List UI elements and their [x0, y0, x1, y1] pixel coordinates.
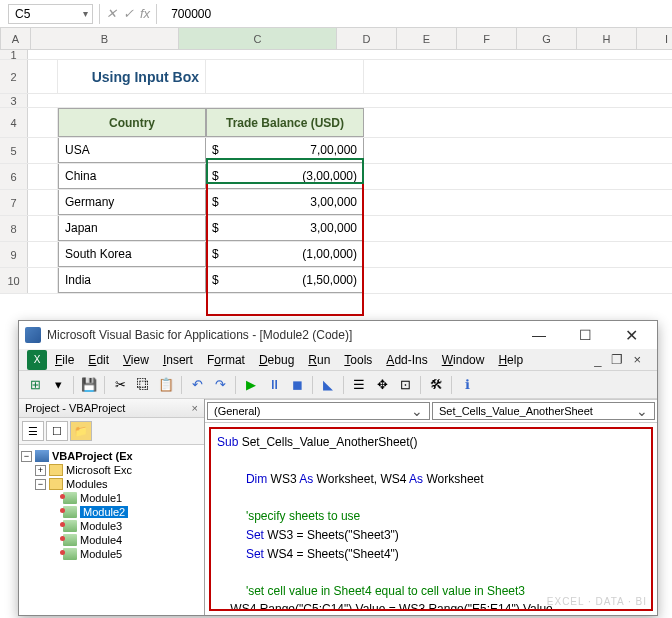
cell-value[interactable]: $(3,00,000) — [206, 164, 364, 189]
dropdown-icon[interactable]: ▾ — [48, 375, 68, 395]
cell-country[interactable]: India — [58, 268, 206, 293]
menu-window[interactable]: Window — [436, 351, 491, 369]
tree-module[interactable]: Module3 — [80, 520, 122, 532]
col-header[interactable]: D — [337, 28, 397, 49]
run-icon[interactable]: ▶ — [241, 375, 261, 395]
name-box[interactable]: C5 — [8, 4, 93, 24]
table-header[interactable]: Country — [58, 108, 206, 137]
col-header[interactable]: G — [517, 28, 577, 49]
formula-input[interactable]: 700000 — [163, 7, 664, 21]
cell-country[interactable]: China — [58, 164, 206, 189]
cell-country[interactable]: Japan — [58, 216, 206, 241]
row-header[interactable]: 3 — [0, 94, 28, 107]
col-header[interactable]: F — [457, 28, 517, 49]
cell[interactable] — [28, 60, 58, 93]
cell[interactable] — [28, 190, 58, 215]
table-header[interactable]: Trade Balance (USD) — [206, 108, 364, 137]
cell-value[interactable]: $7,00,000 — [206, 138, 364, 163]
cell-value[interactable]: $(1,50,000) — [206, 268, 364, 293]
folder-toggle-icon[interactable]: 📁 — [70, 421, 92, 441]
reset-icon[interactable]: ◼ — [287, 375, 307, 395]
vba-titlebar[interactable]: Microsoft Visual Basic for Applications … — [19, 321, 657, 349]
minimize-button[interactable]: — — [519, 323, 559, 347]
row-header[interactable]: 9 — [0, 242, 28, 267]
menu-help[interactable]: Help — [492, 351, 529, 369]
view-object-icon[interactable]: ☐ — [46, 421, 68, 441]
tree-folder[interactable]: Microsoft Exc — [66, 464, 132, 476]
cell[interactable] — [28, 138, 58, 163]
save-icon[interactable]: 💾 — [79, 375, 99, 395]
tree-module[interactable]: Module1 — [80, 492, 122, 504]
menu-tools[interactable]: Tools — [338, 351, 378, 369]
col-header[interactable]: A — [1, 28, 31, 49]
tree-expand-icon[interactable]: + — [35, 465, 46, 476]
maximize-button[interactable]: ☐ — [565, 323, 605, 347]
row-header[interactable]: 6 — [0, 164, 28, 189]
cell[interactable]: Using Input Box — [58, 60, 206, 93]
row-header[interactable]: 8 — [0, 216, 28, 241]
cell-country[interactable]: Germany — [58, 190, 206, 215]
excel-icon[interactable]: X — [27, 350, 47, 370]
project-explorer-icon[interactable]: ☰ — [349, 375, 369, 395]
cell[interactable] — [28, 216, 58, 241]
cell-country[interactable]: USA — [58, 138, 206, 163]
cut-icon[interactable]: ✂ — [110, 375, 130, 395]
tree-module[interactable]: Module5 — [80, 548, 122, 560]
break-icon[interactable]: ⏸ — [264, 375, 284, 395]
properties-icon[interactable]: ✥ — [372, 375, 392, 395]
cell-value[interactable]: $3,00,000 — [206, 216, 364, 241]
redo-icon[interactable]: ↷ — [210, 375, 230, 395]
tree-collapse-icon[interactable]: − — [35, 479, 46, 490]
tree-collapse-icon[interactable]: − — [21, 451, 32, 462]
menu-insert[interactable]: Insert — [157, 351, 199, 369]
cell-value[interactable]: $(1,00,000) — [206, 242, 364, 267]
tree-project[interactable]: VBAProject (Ex — [52, 450, 133, 462]
cell-country[interactable]: South Korea — [58, 242, 206, 267]
object-dropdown[interactable]: (General) — [207, 402, 430, 420]
cell[interactable] — [28, 242, 58, 267]
menu-format[interactable]: Format — [201, 351, 251, 369]
cell[interactable] — [206, 60, 364, 93]
col-header[interactable]: B — [31, 28, 179, 49]
menu-debug[interactable]: Debug — [253, 351, 300, 369]
row-header[interactable]: 1 — [0, 50, 28, 59]
project-tree[interactable]: −VBAProject (Ex +Microsoft Exc −Modules … — [19, 445, 204, 565]
menu-view[interactable]: View — [117, 351, 155, 369]
close-button[interactable]: ✕ — [611, 323, 651, 347]
cell-value[interactable]: $3,00,000 — [206, 190, 364, 215]
col-header[interactable]: E — [397, 28, 457, 49]
design-mode-icon[interactable]: ◣ — [318, 375, 338, 395]
row-header[interactable]: 10 — [0, 268, 28, 293]
copy-icon[interactable]: ⿻ — [133, 375, 153, 395]
toolbox-icon[interactable]: 🛠 — [426, 375, 446, 395]
col-header[interactable]: C — [179, 28, 337, 49]
col-header[interactable]: H — [577, 28, 637, 49]
row-header[interactable]: 5 — [0, 138, 28, 163]
tree-module-selected[interactable]: Module2 — [80, 506, 128, 518]
enter-icon[interactable]: ✓ — [123, 6, 134, 21]
mdi-min-icon[interactable]: _ — [594, 352, 601, 367]
row-header[interactable]: 7 — [0, 190, 28, 215]
object-browser-icon[interactable]: ⊡ — [395, 375, 415, 395]
menu-edit[interactable]: Edit — [82, 351, 115, 369]
row-header[interactable]: 4 — [0, 108, 28, 137]
col-header[interactable]: I — [637, 28, 672, 49]
menu-file[interactable]: File — [49, 351, 80, 369]
help-icon[interactable]: ℹ — [457, 375, 477, 395]
menu-run[interactable]: Run — [302, 351, 336, 369]
row-header[interactable]: 2 — [0, 60, 28, 93]
panel-close-icon[interactable]: × — [192, 402, 198, 414]
tree-module[interactable]: Module4 — [80, 534, 122, 546]
view-code-icon[interactable]: ☰ — [22, 421, 44, 441]
menu-addins[interactable]: Add-Ins — [380, 351, 433, 369]
view-excel-icon[interactable]: ⊞ — [25, 375, 45, 395]
mdi-close-icon[interactable]: × — [633, 352, 641, 367]
cell[interactable] — [28, 108, 58, 137]
fx-icon[interactable]: fx — [140, 6, 150, 21]
worksheet-grid[interactable]: 1 2 Using Input Box 3 4 Country Trade Ba… — [0, 50, 672, 294]
cancel-icon[interactable]: ✕ — [106, 6, 117, 21]
mdi-restore-icon[interactable]: ❐ — [611, 352, 623, 367]
cell[interactable] — [28, 268, 58, 293]
code-editor[interactable]: Sub Set_Cells_Value_AnotherSheet() Dim W… — [205, 423, 657, 615]
undo-icon[interactable]: ↶ — [187, 375, 207, 395]
